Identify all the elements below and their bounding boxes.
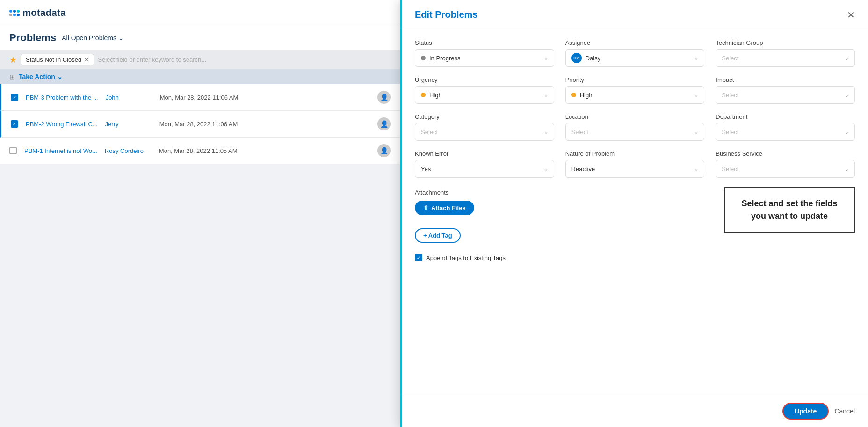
- nature-of-problem-select[interactable]: Reactive ⌄: [565, 160, 705, 178]
- take-action-btn[interactable]: Take Action ⌄: [19, 73, 63, 80]
- row-assignee-1: John: [106, 94, 152, 101]
- chevron-down-icon: ⌄: [544, 55, 548, 61]
- chevron-down-icon: ⌄: [845, 129, 849, 135]
- chevron-down-icon: ⌄: [694, 129, 698, 135]
- row-date-2: Mon, Mar 28, 2022 11:06 AM: [159, 121, 370, 128]
- technician-group-value: Select: [722, 55, 738, 62]
- table-area: ✓ PBM-3 Problem with the ... John Mon, M…: [0, 84, 400, 427]
- table-row[interactable]: ✓ PBM-3 Problem with the ... John Mon, M…: [0, 84, 400, 111]
- row-date-3: Mon, Mar 28, 2022 11:05 AM: [159, 147, 370, 154]
- check-icon: ✓: [13, 122, 16, 127]
- search-input[interactable]: Select field or enter keyword to search.…: [98, 56, 206, 63]
- filter-dropdown-btn[interactable]: All Open Problems ⌄: [62, 34, 124, 42]
- modal-footer: Update Cancel: [402, 395, 868, 427]
- logo-dot-4: [9, 14, 12, 16]
- priority-dot: [571, 93, 576, 97]
- urgency-label: Urgency: [415, 76, 554, 83]
- take-action-label: Take Action: [19, 73, 55, 80]
- avatar-icon-1: 👤: [380, 94, 388, 101]
- assignee-select[interactable]: DA Daisy ⌄: [565, 49, 705, 67]
- location-field: Location Select ⌄: [565, 113, 705, 141]
- left-panel: motadata Problems All Open Problems ⌄ ★ …: [0, 0, 400, 427]
- check-icon: ✓: [417, 255, 420, 261]
- assignee-label: Assignee: [565, 39, 705, 46]
- logo-dot-6: [17, 14, 20, 16]
- impact-label: Impact: [716, 76, 855, 83]
- row-id-1: PBM-3 Problem with the ...: [26, 94, 98, 101]
- table-row[interactable]: PBM-1 Internet is not Wo... Rosy Cordeir…: [0, 138, 400, 164]
- row-id-3: PBM-1 Internet is not Wo...: [24, 147, 97, 154]
- technician-group-field: Technician Group Select ⌄: [716, 39, 855, 67]
- logo-dot-3: [17, 10, 20, 13]
- known-error-select[interactable]: Yes ⌄: [415, 160, 554, 178]
- check-icon: ✓: [13, 95, 16, 100]
- known-error-field: Known Error Yes ⌄: [415, 150, 554, 178]
- category-select[interactable]: Select ⌄: [415, 123, 554, 141]
- chevron-down-icon: ⌄: [845, 55, 849, 61]
- technician-group-label: Technician Group: [716, 39, 855, 46]
- urgency-select[interactable]: High ⌄: [415, 86, 554, 104]
- status-dot: [421, 56, 426, 60]
- modal-close-button[interactable]: ✕: [847, 10, 855, 20]
- location-value: Select: [571, 129, 588, 136]
- assignee-avatar: DA: [571, 53, 582, 63]
- department-label: Department: [716, 113, 855, 120]
- append-tags-checkbox[interactable]: ✓: [415, 254, 422, 261]
- avatar-icon-2: 👤: [380, 120, 388, 128]
- status-label: Status: [415, 39, 554, 46]
- action-bar: ⊞ Take Action ⌄: [0, 69, 400, 84]
- location-select[interactable]: Select ⌄: [565, 123, 705, 141]
- chevron-down-icon: ⌄: [118, 34, 124, 42]
- department-field: Department Select ⌄: [716, 113, 855, 141]
- business-service-select[interactable]: Select ⌄: [716, 160, 855, 178]
- department-select[interactable]: Select ⌄: [716, 123, 855, 141]
- attach-files-button[interactable]: ⇧ Attach Files: [415, 201, 474, 215]
- priority-select[interactable]: High ⌄: [565, 86, 705, 104]
- logo: motadata: [9, 7, 66, 18]
- business-service-label: Business Service: [716, 150, 855, 157]
- status-value: In Progress: [429, 55, 460, 62]
- urgency-field: Urgency High ⌄: [415, 76, 554, 104]
- assignee-value: Daisy: [586, 55, 601, 62]
- checkbox-row-3[interactable]: [9, 147, 17, 154]
- filter-chip[interactable]: Status Not In Closed ✕: [21, 54, 94, 65]
- category-value: Select: [421, 129, 438, 136]
- expand-icon[interactable]: ⊞: [9, 73, 15, 80]
- update-button[interactable]: Update: [782, 403, 829, 420]
- nature-of-problem-label: Nature of Problem: [565, 150, 705, 157]
- business-service-field: Business Service Select ⌄: [716, 150, 855, 178]
- category-field: Category Select ⌄: [415, 113, 554, 141]
- technician-group-select[interactable]: Select ⌄: [716, 49, 855, 67]
- star-icon[interactable]: ★: [9, 55, 17, 65]
- status-select[interactable]: In Progress ⌄: [415, 49, 554, 67]
- page-title: Problems: [9, 32, 56, 44]
- page-header: Problems All Open Problems ⌄: [0, 26, 400, 50]
- logo-dot-2: [13, 10, 16, 13]
- add-tag-button[interactable]: + Add Tag: [415, 228, 461, 243]
- chevron-down-icon: ⌄: [694, 92, 698, 98]
- urgency-value: High: [429, 92, 442, 99]
- avatar-row-3: 👤: [377, 144, 391, 157]
- chevron-down-icon-action: ⌄: [57, 73, 63, 80]
- row-assignee-2: Jerry: [105, 121, 152, 128]
- row-id-2: PBM-2 Wrong Firewall C...: [26, 121, 98, 128]
- modal-body: Status In Progress ⌄ Assignee DA Daisy: [402, 28, 868, 395]
- top-bar: motadata: [0, 0, 400, 26]
- cancel-button[interactable]: Cancel: [834, 407, 855, 415]
- table-row[interactable]: ✓ PBM-2 Wrong Firewall C... Jerry Mon, M…: [0, 111, 400, 138]
- business-service-value: Select: [722, 166, 738, 173]
- assignee-field: Assignee DA Daisy ⌄: [565, 39, 705, 67]
- modal-title: Edit Problems: [415, 9, 477, 20]
- impact-field: Impact Select ⌄: [716, 76, 855, 104]
- checkbox-row-2[interactable]: ✓: [11, 120, 18, 128]
- checkbox-row-1[interactable]: ✓: [11, 94, 18, 101]
- row-assignee-3: Rosy Cordeiro: [105, 147, 152, 154]
- priority-value: High: [580, 92, 593, 99]
- impact-value: Select: [722, 92, 738, 99]
- logo-dot-5: [13, 14, 16, 16]
- priority-field: Priority High ⌄: [565, 76, 705, 104]
- logo-dots: [9, 10, 20, 16]
- impact-select[interactable]: Select ⌄: [716, 86, 855, 104]
- close-filter-icon[interactable]: ✕: [84, 57, 89, 63]
- chevron-down-icon: ⌄: [544, 166, 548, 172]
